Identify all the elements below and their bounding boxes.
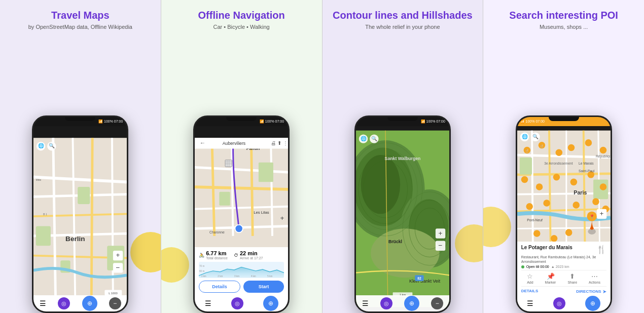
nav-action-buttons: Details Start [199,281,284,293]
svg-point-117 [526,203,533,210]
directions-link[interactable]: DIRECTIONS ➤ [576,289,606,294]
phone-4-screen: 🍴 🍴 [517,126,611,311]
svg-text:3 km: 3 km [234,275,239,278]
svg-text:Berlin: Berlin [65,235,85,243]
location-button[interactable]: ⊕ [82,296,97,311]
svg-text:Paris: Paris [574,189,587,195]
phone-4-notch [549,117,579,121]
location-button-2[interactable]: ⊕ [263,296,278,311]
svg-rect-48 [225,160,232,167]
berlin-map: Berlin B 1 Mitte 🌐 🔍 + − L 10 [33,126,127,311]
svg-text:Le Marais: Le Marais [579,162,594,165]
svg-rect-102 [593,180,608,200]
menu-icon-2[interactable]: ☰ [205,299,211,307]
svg-point-118 [543,200,550,207]
poi-name-row: Le Potager du Marais 🍴 [521,245,606,254]
svg-point-120 [592,198,599,205]
distance-label: Total distance [206,256,228,260]
svg-text:🔍: 🔍 [49,143,55,149]
svg-rect-36 [220,192,230,206]
poi-actions-btn[interactable]: ⋯ Actions [589,272,600,284]
menu-icon-4[interactable]: ☰ [527,299,533,307]
nav-info-panel: 🚴 6.77 km Total distance ⏱ 22 min Arrive… [195,247,288,295]
poi-share-btn[interactable]: ⬆ Share [567,272,577,284]
phone-3-bottom-controls: ☰ ◎ ⊕ − [356,295,449,311]
svg-text:Auberviliers: Auberviliers [223,141,246,146]
menu-icon[interactable]: ☰ [40,299,46,307]
details-button[interactable]: Details [199,281,240,293]
svg-point-123 [550,235,557,242]
arrive-label: Arrive at 17:27 [240,256,263,260]
panel-1-subtitle: by OpenStreetMap data, Offline Wikipedia [22,23,138,31]
svg-point-38 [235,225,243,232]
minus-button[interactable]: − [109,297,121,309]
svg-text:3e Arrondissement: 3e Arrondissement [544,162,573,165]
start-button[interactable]: Start [243,281,284,293]
location-button-4[interactable]: ⊕ [585,296,600,311]
svg-text:⬆: ⬆ [277,140,281,146]
svg-point-109 [585,139,592,146]
compass-button-2[interactable]: ◎ [231,297,243,309]
svg-line-95 [517,227,611,228]
phone-4-wrapper: 📶 100% 07:00 [483,35,644,313]
panel-3-subtitle: The whole relief in your phone [359,23,446,31]
svg-text:🍴: 🍴 [540,144,544,148]
panel-2-subtitle: Car • Bicycle • Walking [207,23,276,31]
svg-point-107 [555,149,562,156]
svg-text:+: + [116,252,120,259]
svg-point-124 [565,229,573,236]
panel-offline-nav: Offline Navigation Car • Bicycle • Walki… [161,0,322,313]
nav-distance: 🚴 6.77 km Total distance [199,250,228,260]
phone-4-bottom-controls: ☰ ◎ ⊕ [517,295,611,311]
poi-open-status: Open till 00:00 [526,265,549,268]
panel-travel-maps: Travel Maps by OpenStreetMap data, Offli… [0,0,161,313]
phone-1-wrapper: 📶 100% 07:00 [0,35,161,313]
poi-status-row: Open till 00:00 ▲ 2023 km [521,265,606,268]
panel-search-poi: Search interesting POI Museums, shops ..… [483,0,644,313]
minus-button-3[interactable]: − [431,297,443,309]
svg-text:B 1: B 1 [44,213,48,216]
svg-text:Charonne: Charonne [209,230,225,234]
svg-text:+: + [438,229,442,237]
compass-button[interactable]: ◎ [58,297,70,309]
svg-text:📍: 📍 [589,214,594,220]
phone-3-frame: 📶 100% 07:00 [354,115,451,313]
compass-button-3[interactable]: ◎ [380,297,392,309]
arrive-value: 22 min [240,250,263,256]
svg-text:🔍: 🔍 [532,134,539,140]
svg-rect-10 [36,226,51,246]
svg-line-96 [532,131,533,253]
svg-text:Brückl: Brückl [388,239,402,244]
poi-name: Le Potager du Marais [521,245,595,251]
svg-text:Klein Sankt Veit: Klein Sankt Veit [409,279,441,284]
phone-3-screen: Sankt Walburgen Klein Sankt Veit Brückl … [356,126,449,311]
menu-icon-3[interactable]: ☰ [362,299,369,307]
compass-button-4[interactable]: ◎ [553,297,565,309]
panel-1-title: Travel Maps [46,9,115,21]
poi-marker-btn[interactable]: 📌 Marker [545,272,556,284]
details-link[interactable]: DETAILS [521,289,539,294]
poi-add-btn[interactable]: ☆ Add [527,272,533,284]
svg-point-112 [535,183,543,190]
phone-2-notch [226,117,257,121]
phone-1-frame: 📶 100% 07:00 [32,115,128,313]
svg-text:+: + [280,214,284,222]
svg-point-122 [533,230,541,237]
directions-arrow-icon: ➤ [602,289,606,294]
phone-3-wrapper: 📶 100% 07:00 [323,35,483,313]
nav-stats: 🚴 6.77 km Total distance ⏱ 22 min Arrive… [199,250,284,260]
svg-text:−: − [438,242,442,249]
svg-text:2 km: 2 km [218,275,223,278]
location-button-3[interactable]: ⊕ [404,296,419,311]
actions-label: Actions [589,281,600,284]
svg-text:Mitte: Mitte [36,179,42,181]
svg-point-113 [553,174,560,181]
svg-rect-37 [259,163,273,182]
svg-text:⋮: ⋮ [283,140,288,146]
directions-text: DIRECTIONS [576,289,601,294]
phone-2-wrapper: 📶 100% 07:00 [161,35,322,313]
terrain-map: Sankt Walburgen Klein Sankt Veit Brückl … [356,126,449,311]
svg-text:Sankt Walburgen: Sankt Walburgen [384,156,420,161]
svg-point-111 [521,176,528,183]
svg-text:République: République [596,154,611,159]
